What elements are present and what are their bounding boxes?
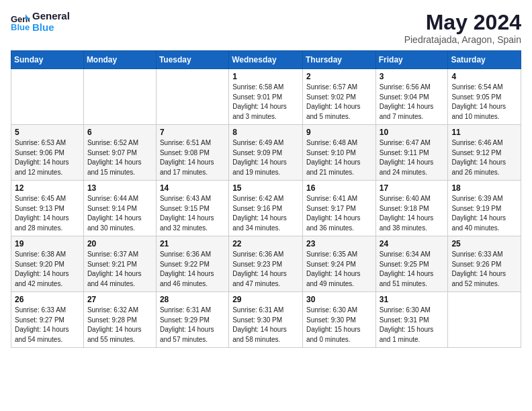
day-info: Sunrise: 6:40 AM Sunset: 9:18 PM Dayligh…	[380, 194, 445, 233]
day-number: 2	[306, 72, 372, 81]
calendar-cell: 10Sunrise: 6:47 AM Sunset: 9:11 PM Dayli…	[375, 125, 448, 181]
calendar-cell: 23Sunrise: 6:35 AM Sunset: 9:24 PM Dayli…	[302, 236, 375, 292]
calendar-cell: 28Sunrise: 6:31 AM Sunset: 9:29 PM Dayli…	[156, 292, 228, 348]
calendar-cell: 5Sunrise: 6:53 AM Sunset: 9:06 PM Daylig…	[11, 125, 84, 181]
day-number: 17	[380, 183, 445, 193]
day-info: Sunrise: 6:33 AM Sunset: 9:26 PM Dayligh…	[451, 250, 517, 289]
day-info: Sunrise: 6:38 AM Sunset: 9:20 PM Dayligh…	[15, 250, 80, 289]
calendar-table: SundayMondayTuesdayWednesdayThursdayFrid…	[11, 50, 521, 348]
day-header-thursday: Thursday	[302, 51, 375, 69]
day-info: Sunrise: 6:53 AM Sunset: 9:06 PM Dayligh…	[15, 138, 80, 177]
logo: General Blue General Blue	[11, 11, 70, 33]
title-block: May 2024 Piedratajada, Aragon, Spain	[404, 11, 521, 45]
day-number: 6	[87, 128, 152, 137]
calendar-cell	[83, 69, 156, 125]
day-info: Sunrise: 6:43 AM Sunset: 9:15 PM Dayligh…	[160, 194, 225, 233]
calendar-cell: 22Sunrise: 6:36 AM Sunset: 9:23 PM Dayli…	[229, 236, 303, 292]
day-info: Sunrise: 6:42 AM Sunset: 9:16 PM Dayligh…	[232, 194, 299, 233]
calendar-cell: 27Sunrise: 6:32 AM Sunset: 9:28 PM Dayli…	[83, 292, 156, 348]
day-number: 8	[232, 128, 299, 137]
calendar-cell: 9Sunrise: 6:48 AM Sunset: 9:10 PM Daylig…	[302, 125, 375, 181]
calendar-cell: 18Sunrise: 6:39 AM Sunset: 9:19 PM Dayli…	[448, 181, 521, 236]
calendar-cell: 19Sunrise: 6:38 AM Sunset: 9:20 PM Dayli…	[11, 236, 84, 292]
day-header-friday: Friday	[375, 51, 448, 69]
day-info: Sunrise: 6:51 AM Sunset: 9:08 PM Dayligh…	[160, 138, 225, 177]
day-number: 25	[451, 239, 517, 248]
day-info: Sunrise: 6:32 AM Sunset: 9:28 PM Dayligh…	[87, 306, 152, 345]
calendar-cell	[156, 69, 228, 125]
day-info: Sunrise: 6:47 AM Sunset: 9:11 PM Dayligh…	[380, 138, 445, 177]
day-info: Sunrise: 6:30 AM Sunset: 9:31 PM Dayligh…	[380, 306, 445, 345]
day-info: Sunrise: 6:58 AM Sunset: 9:01 PM Dayligh…	[232, 83, 299, 122]
day-info: Sunrise: 6:31 AM Sunset: 9:29 PM Dayligh…	[160, 306, 225, 345]
calendar-cell: 11Sunrise: 6:46 AM Sunset: 9:12 PM Dayli…	[448, 125, 521, 181]
day-info: Sunrise: 6:41 AM Sunset: 9:17 PM Dayligh…	[306, 194, 372, 233]
day-info: Sunrise: 6:45 AM Sunset: 9:13 PM Dayligh…	[15, 194, 80, 233]
calendar-cell: 24Sunrise: 6:34 AM Sunset: 9:25 PM Dayli…	[375, 236, 448, 292]
day-number: 5	[15, 128, 80, 137]
calendar-cell	[448, 292, 521, 348]
day-info: Sunrise: 6:37 AM Sunset: 9:21 PM Dayligh…	[87, 250, 152, 289]
day-number: 3	[380, 72, 445, 81]
day-info: Sunrise: 6:57 AM Sunset: 9:02 PM Dayligh…	[306, 83, 372, 122]
day-number: 1	[232, 72, 299, 81]
calendar-cell: 16Sunrise: 6:41 AM Sunset: 9:17 PM Dayli…	[302, 181, 375, 236]
day-info: Sunrise: 6:35 AM Sunset: 9:24 PM Dayligh…	[306, 250, 372, 289]
calendar-cell: 29Sunrise: 6:31 AM Sunset: 9:30 PM Dayli…	[229, 292, 303, 348]
day-info: Sunrise: 6:46 AM Sunset: 9:12 PM Dayligh…	[451, 138, 517, 177]
day-number: 28	[160, 295, 225, 304]
day-info: Sunrise: 6:49 AM Sunset: 9:09 PM Dayligh…	[232, 138, 299, 177]
day-number: 10	[380, 128, 445, 137]
day-number: 4	[451, 72, 517, 81]
day-header-sunday: Sunday	[11, 51, 84, 69]
svg-text:Blue: Blue	[11, 22, 30, 32]
calendar-cell	[11, 69, 84, 125]
calendar-cell: 26Sunrise: 6:33 AM Sunset: 9:27 PM Dayli…	[11, 292, 84, 348]
page-header: General Blue General Blue May 2024 Piedr…	[11, 11, 521, 45]
logo-line1: General	[32, 11, 70, 22]
location: Piedratajada, Aragon, Spain	[404, 34, 521, 45]
logo-line2: Blue	[32, 22, 70, 34]
day-info: Sunrise: 6:52 AM Sunset: 9:07 PM Dayligh…	[87, 138, 152, 177]
calendar-cell: 17Sunrise: 6:40 AM Sunset: 9:18 PM Dayli…	[375, 181, 448, 236]
day-number: 19	[15, 239, 80, 248]
day-number: 11	[451, 128, 517, 137]
day-number: 29	[232, 295, 299, 304]
day-info: Sunrise: 6:34 AM Sunset: 9:25 PM Dayligh…	[380, 250, 445, 289]
calendar-cell: 4Sunrise: 6:54 AM Sunset: 9:05 PM Daylig…	[448, 69, 521, 125]
day-header-tuesday: Tuesday	[156, 51, 228, 69]
day-number: 9	[306, 128, 372, 137]
calendar-cell: 7Sunrise: 6:51 AM Sunset: 9:08 PM Daylig…	[156, 125, 228, 181]
day-number: 22	[232, 239, 299, 248]
day-number: 16	[306, 183, 372, 193]
day-number: 21	[160, 239, 225, 248]
day-number: 30	[306, 295, 372, 304]
calendar-header: SundayMondayTuesdayWednesdayThursdayFrid…	[11, 51, 521, 69]
day-number: 31	[380, 295, 445, 304]
calendar-cell: 15Sunrise: 6:42 AM Sunset: 9:16 PM Dayli…	[229, 181, 303, 236]
day-info: Sunrise: 6:44 AM Sunset: 9:14 PM Dayligh…	[87, 194, 152, 233]
day-number: 26	[15, 295, 80, 304]
calendar-cell: 21Sunrise: 6:36 AM Sunset: 9:22 PM Dayli…	[156, 236, 228, 292]
day-header-monday: Monday	[83, 51, 156, 69]
day-number: 20	[87, 239, 152, 248]
day-number: 24	[380, 239, 445, 248]
calendar-cell: 6Sunrise: 6:52 AM Sunset: 9:07 PM Daylig…	[83, 125, 156, 181]
calendar-cell: 1Sunrise: 6:58 AM Sunset: 9:01 PM Daylig…	[229, 69, 303, 125]
day-number: 13	[87, 183, 152, 193]
calendar-cell: 13Sunrise: 6:44 AM Sunset: 9:14 PM Dayli…	[83, 181, 156, 236]
day-number: 15	[232, 183, 299, 193]
day-info: Sunrise: 6:39 AM Sunset: 9:19 PM Dayligh…	[451, 194, 517, 233]
calendar-cell: 30Sunrise: 6:30 AM Sunset: 9:30 PM Dayli…	[302, 292, 375, 348]
day-number: 18	[451, 183, 517, 193]
day-number: 14	[160, 183, 225, 193]
day-header-wednesday: Wednesday	[229, 51, 303, 69]
month-title: May 2024	[404, 11, 521, 34]
calendar-cell: 8Sunrise: 6:49 AM Sunset: 9:09 PM Daylig…	[229, 125, 303, 181]
day-number: 23	[306, 239, 372, 248]
day-number: 7	[160, 128, 225, 137]
day-info: Sunrise: 6:54 AM Sunset: 9:05 PM Dayligh…	[451, 83, 517, 122]
calendar-cell: 2Sunrise: 6:57 AM Sunset: 9:02 PM Daylig…	[302, 69, 375, 125]
day-number: 12	[15, 183, 80, 193]
calendar-cell: 14Sunrise: 6:43 AM Sunset: 9:15 PM Dayli…	[156, 181, 228, 236]
